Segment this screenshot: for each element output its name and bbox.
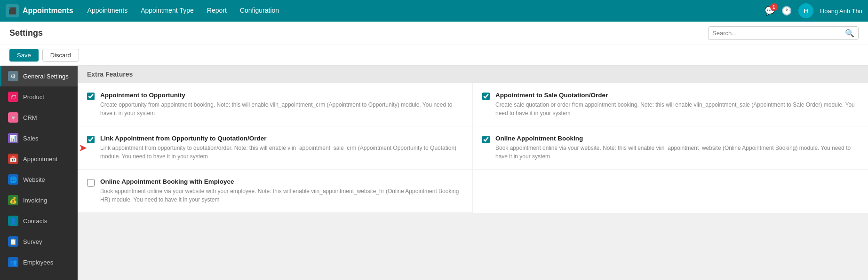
sidebar-item-general-settings[interactable]: ⚙General Settings — [0, 66, 78, 86]
checkbox-appt-to-sale[interactable] — [482, 93, 490, 100]
navbar-right: 💬 1 🕐 H Hoang Anh Thu — [764, 3, 862, 18]
appointment-icon: 📅 — [8, 154, 18, 164]
feature-title-appt-to-opportunity: Appointment to Opportunity — [100, 92, 463, 99]
survey-icon: 📋 — [8, 236, 18, 247]
page-title: Settings — [9, 28, 43, 38]
sidebar-item-contacts[interactable]: 👤Contacts — [0, 210, 78, 231]
feature-title-online-appt-booking-employee: Online Appointment Booking with Employee — [100, 178, 463, 185]
general-settings-icon: ⚙ — [8, 71, 18, 81]
product-icon: 🏷 — [8, 92, 18, 102]
feature-title-link-appt-opportunity: Link Appointment from Opportunity to Quo… — [100, 135, 463, 142]
feature-desc-online-appt-booking-employee: Book appointment online via your website… — [100, 187, 463, 204]
sales-icon: 📊 — [8, 133, 18, 143]
nav-link-report[interactable]: Report — [200, 0, 233, 22]
feature-desc-appt-to-sale: Create sale quotation or order from appo… — [495, 101, 859, 117]
sidebar-label-survey: Survey — [23, 238, 42, 245]
sidebar: ⚙General Settings🏷Product♥CRM📊Sales📅Appo… — [0, 66, 78, 280]
sidebar-item-employees[interactable]: 👥Employees — [0, 252, 78, 272]
feature-desc-online-appt-booking: Book appointment online via your website… — [495, 144, 859, 161]
checkbox-online-appt-booking[interactable] — [482, 136, 490, 143]
feature-title-appt-to-sale: Appointment to Sale Quotation/Order — [495, 92, 859, 99]
website-icon: 🌐 — [8, 174, 18, 185]
feature-item-link-appt-opportunity: ➤Link Appointment from Opportunity to Qu… — [78, 126, 473, 170]
search-box: 🔍 — [708, 26, 859, 40]
red-arrow: ➤ — [79, 142, 87, 154]
navbar: ⬛ Appointments AppointmentsAppointment T… — [0, 0, 868, 22]
sub-header: Settings 🔍 — [0, 22, 868, 45]
action-bar: Save Discard — [0, 45, 868, 66]
sidebar-item-appointment[interactable]: 📅Appointment — [0, 148, 78, 169]
sidebar-item-crm[interactable]: ♥CRM — [0, 107, 78, 128]
sidebar-label-product: Product — [23, 93, 44, 101]
sidebar-item-invoicing[interactable]: 💰Invoicing — [0, 190, 78, 210]
feature-item-online-appt-booking: Online Appointment BookingBook appointme… — [473, 126, 868, 170]
contacts-icon: 👤 — [8, 216, 18, 226]
invoicing-icon: 💰 — [8, 195, 18, 205]
nav-link-appointments[interactable]: Appointments — [81, 0, 135, 22]
avatar[interactable]: H — [798, 3, 813, 18]
content: Extra Features Appointment to Opportunit… — [78, 66, 868, 280]
search-icon[interactable]: 🔍 — [845, 29, 854, 38]
feature-desc-link-appt-opportunity: Link appointment from opportunity to quo… — [100, 144, 463, 161]
brand[interactable]: ⬛ Appointments — [6, 4, 73, 17]
discard-button[interactable]: Discard — [42, 49, 79, 62]
notification-badge: 1 — [770, 3, 778, 11]
main-layout: ⚙General Settings🏷Product♥CRM📊Sales📅Appo… — [0, 66, 868, 280]
feature-item-appt-to-sale: Appointment to Sale Quotation/OrderCreat… — [473, 83, 868, 126]
search-input[interactable] — [712, 30, 845, 37]
sidebar-item-survey[interactable]: 📋Survey — [0, 231, 78, 252]
sidebar-item-sales[interactable]: 📊Sales — [0, 128, 78, 148]
checkbox-online-appt-booking-employee[interactable] — [87, 179, 95, 187]
feature-title-online-appt-booking: Online Appointment Booking — [495, 135, 859, 142]
nav-link-appointment-type[interactable]: Appointment Type — [134, 0, 200, 22]
employees-icon: 👥 — [8, 257, 18, 267]
clock-icon[interactable]: 🕐 — [781, 6, 792, 16]
nav-links: AppointmentsAppointment TypeReportConfig… — [81, 0, 764, 22]
save-button[interactable]: Save — [9, 49, 39, 62]
feature-item-online-appt-booking-employee: Online Appointment Booking with Employee… — [78, 170, 473, 213]
brand-icon: ⬛ — [6, 4, 19, 17]
sidebar-label-general-settings: General Settings — [23, 73, 69, 80]
sidebar-label-invoicing: Invoicing — [23, 197, 47, 204]
checkbox-link-appt-opportunity[interactable] — [87, 136, 95, 143]
sidebar-item-product[interactable]: 🏷Product — [0, 86, 78, 107]
feature-desc-appt-to-opportunity: Create opportunity from appointment book… — [100, 101, 463, 117]
sidebar-label-contacts: Contacts — [23, 218, 47, 225]
sidebar-label-sales: Sales — [23, 135, 39, 142]
sidebar-label-website: Website — [23, 176, 45, 183]
notification-btn[interactable]: 💬 1 — [764, 6, 775, 16]
section-header: Extra Features — [78, 66, 868, 83]
sidebar-label-employees: Employees — [23, 259, 53, 266]
sidebar-label-appointment: Appointment — [23, 156, 57, 163]
sidebar-label-crm: CRM — [23, 114, 37, 121]
brand-title: Appointments — [23, 7, 73, 15]
user-name[interactable]: Hoang Anh Thu — [820, 8, 862, 15]
feature-item-appt-to-opportunity: Appointment to OpportunityCreate opportu… — [78, 83, 473, 126]
crm-icon: ♥ — [8, 112, 18, 123]
sidebar-item-website[interactable]: 🌐Website — [0, 169, 78, 190]
nav-link-configuration[interactable]: Configuration — [233, 0, 286, 22]
checkbox-appt-to-opportunity[interactable] — [87, 93, 95, 100]
features-grid: Appointment to OpportunityCreate opportu… — [78, 83, 868, 213]
